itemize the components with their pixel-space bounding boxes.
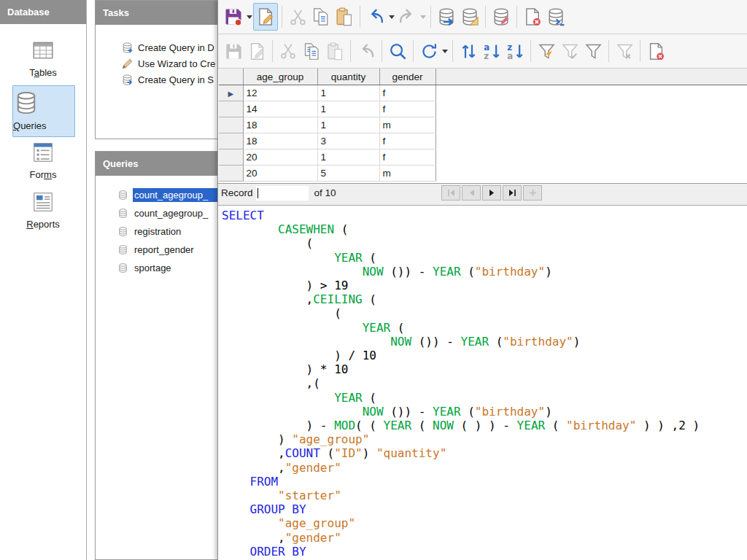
- last-record-icon: [508, 189, 516, 197]
- row-header[interactable]: [219, 101, 243, 117]
- database-sidebar: Database Tables Queries Forms Reports: [0, 0, 86, 560]
- undo-icon: [357, 42, 376, 61]
- clear-query-button-2[interactable]: [644, 37, 667, 65]
- sidebar-item-tables[interactable]: Tables: [0, 38, 86, 79]
- table-cell[interactable]: 20: [243, 149, 317, 166]
- reset-filter-icon: [615, 42, 635, 61]
- standard-filter-button[interactable]: [581, 37, 605, 65]
- find-record-button[interactable]: [386, 37, 409, 65]
- edit-button[interactable]: [253, 3, 278, 31]
- sql-line: ,(: [222, 376, 747, 390]
- column-header[interactable]: quantity: [317, 69, 379, 85]
- edit-document-icon: [255, 7, 276, 27]
- result-grid-body: age_groupquantitygender▶121f141f181m183f…: [219, 69, 747, 182]
- sort-button[interactable]: [457, 37, 480, 65]
- copy-button-2[interactable]: [300, 37, 323, 65]
- current-row-icon: ▶: [228, 90, 233, 98]
- cut-button[interactable]: [286, 3, 309, 31]
- table-cell[interactable]: 18: [243, 133, 317, 149]
- redo-dropdown[interactable]: [419, 3, 427, 31]
- copy-icon: [302, 42, 322, 61]
- save-button[interactable]: [222, 3, 245, 31]
- record-label: Record: [221, 187, 253, 198]
- paste-icon: [334, 7, 355, 27]
- cut-button-2[interactable]: [276, 37, 300, 65]
- table-cell[interactable]: 3: [317, 133, 379, 149]
- sort-descending-icon: z a: [506, 42, 525, 61]
- table-cell[interactable]: m: [379, 166, 436, 182]
- undo-button[interactable]: [364, 3, 387, 31]
- refresh-button[interactable]: [417, 37, 441, 65]
- row-header[interactable]: [219, 149, 243, 166]
- undo-data-button[interactable]: [355, 37, 378, 65]
- table-cell[interactable]: m: [379, 117, 436, 133]
- paste-button[interactable]: [333, 3, 356, 31]
- apply-filter-button[interactable]: [558, 37, 581, 65]
- standard-filter-icon: [584, 42, 603, 61]
- redo-button[interactable]: [395, 3, 419, 31]
- sql-view-button[interactable]: [544, 3, 568, 31]
- sidebar-item-reports[interactable]: Reports: [0, 190, 86, 230]
- apply-filter-icon: [560, 42, 580, 61]
- table-cell[interactable]: 1: [317, 149, 379, 166]
- edit-query-button[interactable]: [489, 3, 513, 31]
- table-cell[interactable]: f: [379, 101, 436, 117]
- table-cell[interactable]: 12: [243, 85, 317, 101]
- new-record-icon: [529, 189, 537, 197]
- paste-button-2[interactable]: [323, 37, 347, 65]
- sql-editor[interactable]: SELECT CASEWHEN ( ( YEAR ( NOW ()) - YEA…: [218, 206, 747, 560]
- refresh-icon: [419, 42, 439, 61]
- table-cell[interactable]: 5: [317, 166, 379, 182]
- sidebar-item-forms[interactable]: Forms: [0, 140, 86, 181]
- sql-line: NOW ()) - YEAR ("birthday"): [222, 265, 747, 279]
- edit-data-button[interactable]: [245, 37, 268, 65]
- table-cell[interactable]: 18: [243, 117, 317, 133]
- column-header[interactable]: gender: [379, 69, 436, 85]
- sql-line: ,"gender": [222, 531, 747, 545]
- save-dropdown[interactable]: [245, 3, 253, 31]
- undo-dropdown[interactable]: [387, 3, 395, 31]
- last-record-button[interactable]: [503, 185, 522, 201]
- sort-ascending-button[interactable]: a z: [480, 37, 503, 65]
- sql-line: SELECT: [222, 209, 747, 222]
- save-record-icon: [224, 42, 244, 61]
- row-header[interactable]: [219, 117, 243, 133]
- table-cell[interactable]: 20: [243, 166, 317, 182]
- clear-query-button[interactable]: [521, 3, 544, 31]
- table-cell[interactable]: f: [379, 133, 436, 149]
- record-number-input[interactable]: [256, 186, 309, 201]
- first-record-button[interactable]: [441, 185, 460, 201]
- sql-line: ) / 10: [222, 349, 747, 362]
- table-row: 181m: [219, 117, 747, 133]
- sort-descending-button[interactable]: z a: [503, 37, 527, 65]
- new-record-button[interactable]: [523, 185, 542, 201]
- sort-icon: [459, 42, 479, 61]
- reset-filter-button[interactable]: [613, 37, 636, 65]
- row-header[interactable]: [219, 133, 243, 149]
- grid-corner[interactable]: [219, 69, 243, 85]
- query-db-icon: [117, 208, 128, 219]
- table-cell[interactable]: 1: [317, 101, 379, 117]
- table-cell[interactable]: f: [379, 85, 436, 101]
- design-view-icon: [460, 7, 480, 27]
- sql-line: ) "age_group": [222, 432, 747, 446]
- save-record-button[interactable]: [222, 37, 245, 65]
- run-query-button[interactable]: [435, 3, 458, 31]
- autofilter-button[interactable]: [535, 37, 558, 65]
- copy-button[interactable]: [309, 3, 333, 31]
- table-cell[interactable]: 14: [243, 101, 317, 117]
- design-view-button[interactable]: [458, 3, 481, 31]
- table-cell[interactable]: 1: [317, 85, 379, 101]
- table-cell[interactable]: 1: [317, 117, 379, 133]
- next-record-button[interactable]: [482, 185, 501, 201]
- sidebar-item-queries[interactable]: Queries: [12, 85, 75, 137]
- refresh-dropdown[interactable]: [441, 37, 449, 65]
- previous-record-button[interactable]: [462, 185, 481, 201]
- sidebar-divider: [86, 0, 87, 560]
- edit-data-icon: [247, 42, 267, 61]
- column-header[interactable]: age_group: [243, 69, 317, 85]
- row-header[interactable]: [219, 166, 243, 182]
- table-cell[interactable]: f: [379, 149, 436, 166]
- row-header[interactable]: ▶: [219, 85, 243, 101]
- query-window: a z z a: [217, 0, 747, 560]
